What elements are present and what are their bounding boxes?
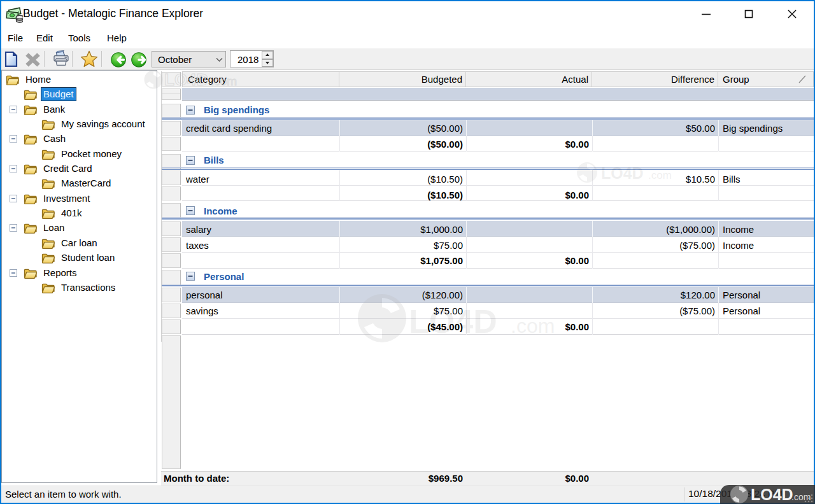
svg-text:LO4D: LO4D [164, 70, 208, 89]
svg-text:LO4D: LO4D [601, 164, 644, 182]
svg-text:.com: .com [511, 314, 555, 337]
svg-text:.com: .com [211, 74, 237, 88]
svg-text:LO4D: LO4D [751, 486, 793, 503]
svg-text:.com: .com [791, 492, 811, 502]
svg-text:LO4D: LO4D [409, 303, 497, 340]
svg-text:.com: .com [648, 169, 672, 181]
